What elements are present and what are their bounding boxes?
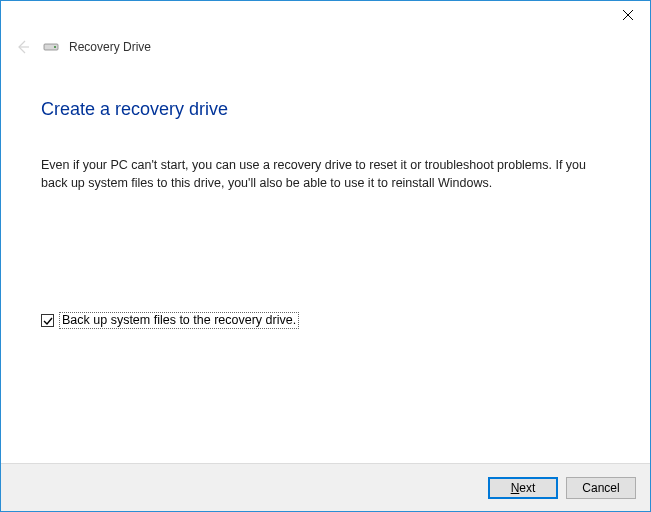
backup-checkbox-row: Back up system files to the recovery dri… (41, 312, 610, 329)
checkmark-icon (43, 316, 53, 326)
svg-rect-4 (54, 46, 56, 48)
page-heading: Create a recovery drive (41, 99, 610, 120)
next-button[interactable]: Next (488, 477, 558, 499)
drive-icon (43, 41, 59, 53)
next-button-rest: ext (519, 481, 535, 495)
backup-checkbox-label[interactable]: Back up system files to the recovery dri… (59, 312, 299, 329)
back-button (13, 37, 33, 57)
close-icon (623, 10, 633, 20)
backup-checkbox[interactable] (41, 314, 54, 327)
back-arrow-icon (15, 39, 31, 55)
content-area: Create a recovery drive Even if your PC … (1, 57, 650, 329)
header-row: Recovery Drive (1, 37, 650, 57)
footer: Next Cancel (1, 463, 650, 511)
cancel-button[interactable]: Cancel (566, 477, 636, 499)
titlebar (1, 1, 650, 31)
body-text: Even if your PC can't start, you can use… (41, 156, 596, 192)
close-button[interactable] (605, 1, 650, 29)
wizard-window: Recovery Drive Create a recovery drive E… (0, 0, 651, 512)
window-title: Recovery Drive (69, 40, 151, 54)
next-button-accel: N (511, 481, 520, 495)
